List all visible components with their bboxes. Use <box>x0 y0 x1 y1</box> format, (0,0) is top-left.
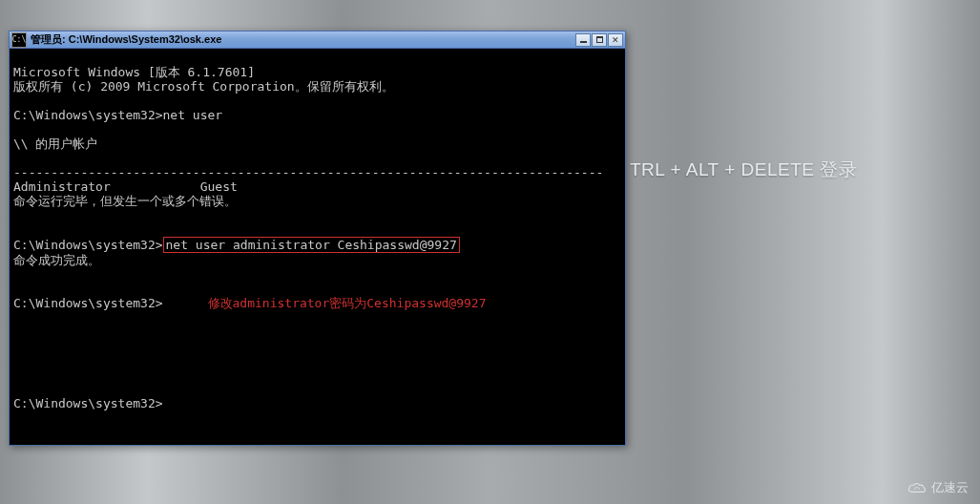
prompt-1: C:\Windows\system32> <box>13 108 163 122</box>
window-titlebar[interactable]: C:\ 管理员: C:\Windows\System32\osk.exe <box>10 32 625 49</box>
cloud-icon <box>907 481 928 494</box>
prompt-2: C:\Windows\system32> <box>13 238 163 252</box>
command-prompt-window: C:\ 管理员: C:\Windows\System32\osk.exe Mic… <box>9 31 626 446</box>
prompt-4: C:\Windows\system32> <box>13 396 163 410</box>
console-output[interactable]: Microsoft Windows [版本 6.1.7601] 版权所有 (c)… <box>10 49 625 445</box>
maximize-button[interactable] <box>592 33 607 47</box>
minimize-button[interactable] <box>575 33 591 47</box>
accounts-header: \\ 的用户帐户 <box>13 136 97 151</box>
account-guest: Guest <box>200 179 238 194</box>
close-button[interactable] <box>608 33 623 47</box>
copyright-line: 版权所有 (c) 2009 Microsoft Corporation。保留所有… <box>13 79 394 94</box>
command-2-result: 命令成功完成。 <box>13 253 100 267</box>
window-controls <box>574 33 623 47</box>
annotation-text: 修改administrator密码为Ceshipasswd@9927 <box>208 296 487 310</box>
watermark: 亿速云 <box>907 479 969 496</box>
command-1: net user <box>163 108 223 122</box>
prompt-line-4: C:\Windows\system32> <box>13 396 163 410</box>
watermark-text: 亿速云 <box>931 479 969 496</box>
accounts-row: Administrator Guest <box>13 179 238 194</box>
command-2-highlighted: net user administrator Ceshipasswd@9927 <box>163 237 460 253</box>
account-administrator: Administrator <box>13 179 111 194</box>
lock-screen-hint: TRL + ALT + DELETE 登录 <box>630 158 857 182</box>
prompt-line-1: C:\Windows\system32>net user <box>13 108 222 122</box>
command-1-result: 命令运行完毕，但发生一个或多个错误。 <box>13 194 237 208</box>
prompt-3: C:\Windows\system32> <box>13 296 163 310</box>
window-title: 管理员: C:\Windows\System32\osk.exe <box>31 32 574 47</box>
divider-line: ----------------------------------------… <box>13 165 603 179</box>
prompt-line-2: C:\Windows\system32>net user administrat… <box>13 238 460 252</box>
cmd-icon: C:\ <box>11 32 27 48</box>
prompt-line-3: C:\Windows\system32> 修改administrator密码为C… <box>13 296 487 310</box>
version-line: Microsoft Windows [版本 6.1.7601] <box>13 65 255 79</box>
